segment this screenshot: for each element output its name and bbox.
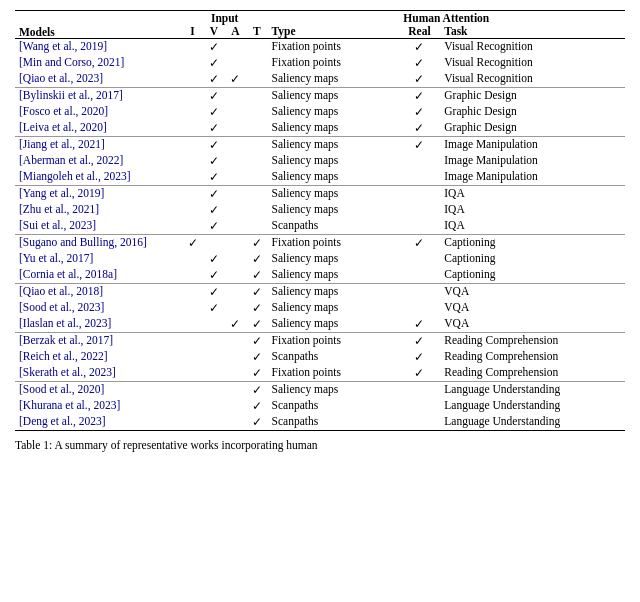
col-t-cell (246, 71, 267, 88)
model-cell: [Wang et al., 2019] (15, 39, 182, 56)
real-cell (399, 398, 441, 414)
col-a-cell (225, 333, 246, 350)
type-cell: Saliency maps (268, 88, 399, 105)
task-cell: Reading Comprehension (440, 333, 625, 350)
type-cell: Scanpaths (268, 349, 399, 365)
type-cell: Fixation points (268, 365, 399, 382)
task-cell: VQA (440, 284, 625, 301)
col-i-header: I (182, 24, 203, 39)
col-t-cell: ✓ (246, 398, 267, 414)
col-t-cell (246, 104, 267, 120)
col-v-cell: ✓ (203, 284, 224, 301)
input-super-header: Input (182, 11, 268, 25)
table-row: [Sugano and Bulling, 2016]✓✓Fixation poi… (15, 235, 625, 252)
table-caption: Table 1: A summary of representative wor… (15, 439, 625, 451)
model-cell: [Sui et al., 2023] (15, 218, 182, 235)
col-i-cell (182, 349, 203, 365)
real-cell (399, 186, 441, 203)
col-t-cell (246, 55, 267, 71)
col-v-cell (203, 349, 224, 365)
task-cell: Language Understanding (440, 382, 625, 399)
task-cell: Graphic Design (440, 88, 625, 105)
col-i-cell: ✓ (182, 235, 203, 252)
col-a-cell (225, 39, 246, 56)
task-cell: IQA (440, 218, 625, 235)
col-i-cell (182, 414, 203, 431)
model-cell: [Aberman et al., 2022] (15, 153, 182, 169)
type-cell: Saliency maps (268, 71, 399, 88)
task-cell: Visual Recognition (440, 39, 625, 56)
model-cell: [Deng et al., 2023] (15, 414, 182, 431)
real-cell: ✓ (399, 104, 441, 120)
real-cell: ✓ (399, 137, 441, 154)
type-cell: Saliency maps (268, 137, 399, 154)
col-v-cell (203, 333, 224, 350)
real-cell (399, 218, 441, 235)
real-cell: ✓ (399, 349, 441, 365)
task-cell: Reading Comprehension (440, 349, 625, 365)
col-a-cell (225, 120, 246, 137)
table-row: [Miangoleh et al., 2023]✓Saliency mapsIm… (15, 169, 625, 186)
type-cell: Saliency maps (268, 104, 399, 120)
real-cell: ✓ (399, 71, 441, 88)
task-cell: VQA (440, 316, 625, 333)
task-cell: IQA (440, 186, 625, 203)
col-a-cell (225, 88, 246, 105)
col-v-header: V (203, 24, 224, 39)
col-v-cell: ✓ (203, 55, 224, 71)
type-cell: Saliency maps (268, 300, 399, 316)
model-cell: [Reich et al., 2022] (15, 349, 182, 365)
model-cell: [Qiao et al., 2018] (15, 284, 182, 301)
model-cell: [Sugano and Bulling, 2016] (15, 235, 182, 252)
col-i-cell (182, 382, 203, 399)
real-cell (399, 382, 441, 399)
model-cell: [Ilaslan et al., 2023] (15, 316, 182, 333)
col-v-cell: ✓ (203, 88, 224, 105)
col-i-cell (182, 251, 203, 267)
col-v-cell (203, 365, 224, 382)
col-t-cell (246, 137, 267, 154)
table-row: [Wang et al., 2019]✓Fixation points✓Visu… (15, 39, 625, 56)
table-row: [Jiang et al., 2021]✓Saliency maps✓Image… (15, 137, 625, 154)
table-row: [Sood et al., 2023]✓✓Saliency mapsVQA (15, 300, 625, 316)
col-a-cell: ✓ (225, 71, 246, 88)
table-row: [Sood et al., 2020]✓Saliency mapsLanguag… (15, 382, 625, 399)
type-cell: Saliency maps (268, 284, 399, 301)
type-cell: Scanpaths (268, 218, 399, 235)
col-task-header: Task (440, 24, 625, 39)
col-i-cell (182, 120, 203, 137)
type-cell: Saliency maps (268, 120, 399, 137)
col-v-cell (203, 235, 224, 252)
col-a-cell (225, 202, 246, 218)
col-t-cell: ✓ (246, 300, 267, 316)
table-body: [Wang et al., 2019]✓Fixation points✓Visu… (15, 39, 625, 431)
table-row: [Qiao et al., 2018]✓✓Saliency mapsVQA (15, 284, 625, 301)
model-cell: [Fosco et al., 2020] (15, 104, 182, 120)
real-cell: ✓ (399, 39, 441, 56)
table-row: [Leiva et al., 2020]✓Saliency maps✓Graph… (15, 120, 625, 137)
table-row: [Aberman et al., 2022]✓Saliency mapsImag… (15, 153, 625, 169)
task-cell: Image Manipulation (440, 137, 625, 154)
col-i-cell (182, 39, 203, 56)
col-v-cell: ✓ (203, 169, 224, 186)
model-cell: [Cornia et al., 2018a] (15, 267, 182, 284)
real-cell: ✓ (399, 120, 441, 137)
col-v-cell: ✓ (203, 202, 224, 218)
col-a-cell (225, 153, 246, 169)
col-t-cell: ✓ (246, 284, 267, 301)
table-row: [Khurana et al., 2023]✓ScanpathsLanguage… (15, 398, 625, 414)
table-row: [Zhu et al., 2021]✓Saliency mapsIQA (15, 202, 625, 218)
col-a-cell (225, 186, 246, 203)
model-cell: [Qiao et al., 2023] (15, 71, 182, 88)
real-cell (399, 153, 441, 169)
type-cell: Saliency maps (268, 251, 399, 267)
col-a-cell (225, 251, 246, 267)
col-i-cell (182, 104, 203, 120)
col-a-cell (225, 137, 246, 154)
col-t-cell: ✓ (246, 251, 267, 267)
type-cell: Scanpaths (268, 414, 399, 431)
col-a-cell (225, 414, 246, 431)
model-cell: [Skerath et al., 2023] (15, 365, 182, 382)
table-row: [Qiao et al., 2023]✓✓Saliency maps✓Visua… (15, 71, 625, 88)
col-t-header: T (246, 24, 267, 39)
